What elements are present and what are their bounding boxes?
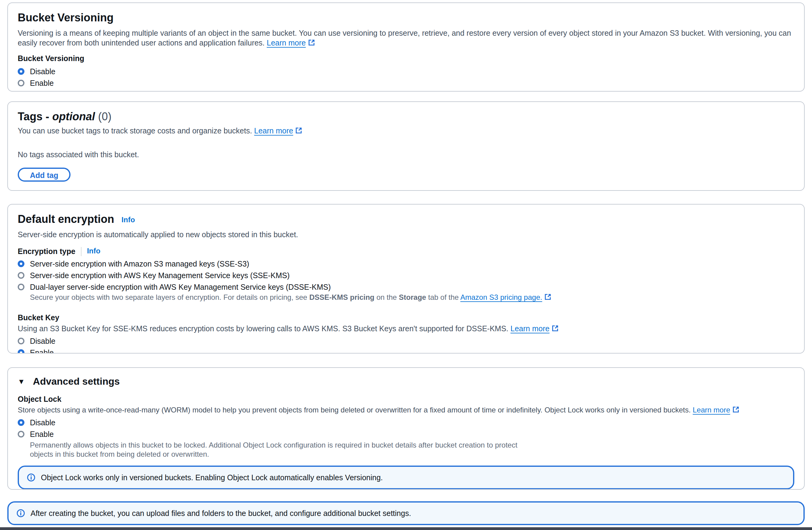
- label-divider: [81, 247, 82, 256]
- add-tag-button[interactable]: Add tag: [18, 168, 71, 182]
- post-creation-info-alert: After creating the bucket, you can uploa…: [7, 501, 805, 525]
- radio-selected-icon[interactable]: [18, 260, 25, 267]
- default-encryption-description: Server-side encryption is automatically …: [18, 230, 794, 239]
- encryption-type-info-link[interactable]: Info: [87, 247, 100, 255]
- external-link-icon: [295, 127, 303, 134]
- object-lock-learn-more-link[interactable]: Learn more: [693, 406, 740, 414]
- radio-unselected-icon[interactable]: [18, 338, 25, 344]
- external-link-icon: [551, 325, 559, 332]
- radio-unselected-icon[interactable]: [18, 431, 25, 438]
- radio-selected-icon[interactable]: [18, 419, 25, 426]
- tags-card: Tags - optional (0) You can use bucket t…: [7, 101, 805, 191]
- post-creation-alert-text: After creating the bucket, you can uploa…: [30, 509, 411, 518]
- encryption-type-label-row: Encryption typeInfo: [18, 247, 794, 256]
- bucket-versioning-disable-option[interactable]: Disable: [18, 67, 794, 76]
- advanced-settings-expander[interactable]: ▼ Advanced settings: [18, 376, 794, 387]
- bucket-key-label: Bucket Key: [18, 313, 794, 323]
- radio-unselected-icon[interactable]: [18, 80, 25, 86]
- object-lock-label: Object Lock: [18, 395, 794, 404]
- info-icon: [16, 509, 25, 517]
- encryption-type-label: Encryption type: [18, 247, 75, 256]
- object-lock-disable-option[interactable]: Disable: [18, 418, 794, 427]
- tags-title-optional: optional: [52, 110, 95, 123]
- external-link-icon: [732, 406, 740, 413]
- object-lock-enable-option[interactable]: Enable: [18, 430, 794, 439]
- bucket-versioning-card: Bucket Versioning Versioning is a means …: [7, 2, 805, 91]
- encryption-dsse-kms-option[interactable]: Dual-layer server-side encryption with A…: [18, 282, 794, 291]
- bucket-versioning-description: Versioning is a means of keeping multipl…: [18, 28, 794, 48]
- external-link-icon: [544, 293, 552, 301]
- object-lock-alert-text: Object Lock works only in versioned buck…: [41, 473, 383, 482]
- bucket-key-learn-more-link[interactable]: Learn more: [510, 324, 559, 333]
- tags-description: You can use bucket tags to track storage…: [18, 126, 794, 135]
- tags-empty-message: No tags associated with this bucket.: [18, 150, 794, 159]
- create-bucket-settings-page: Bucket Versioning Versioning is a means …: [0, 0, 812, 525]
- bucket-versioning-field-label: Bucket Versioning: [18, 54, 794, 63]
- encryption-sse-kms-option[interactable]: Server-side encryption with AWS Key Mana…: [18, 271, 794, 280]
- bucket-key-enable-option[interactable]: Enable: [18, 348, 794, 354]
- object-lock-info-alert: Object Lock works only in versioned buck…: [18, 465, 794, 489]
- bucket-versioning-enable-option[interactable]: Enable: [18, 78, 794, 88]
- s3-pricing-page-link[interactable]: Amazon S3 pricing page.: [460, 293, 552, 301]
- radio-selected-icon[interactable]: [18, 68, 25, 75]
- dsse-kms-option-description: Secure your objects with two separate la…: [30, 293, 794, 302]
- bucket-versioning-title: Bucket Versioning: [18, 11, 794, 25]
- external-link-icon: [308, 39, 315, 46]
- default-encryption-title: Default encryption Info: [18, 213, 794, 227]
- tags-learn-more-link[interactable]: Learn more: [254, 126, 303, 135]
- encryption-sse-s3-option[interactable]: Server-side encryption with Amazon S3 ma…: [18, 259, 794, 268]
- bucket-key-disable-option[interactable]: Disable: [18, 336, 794, 346]
- tags-count: (0): [98, 110, 112, 123]
- object-lock-description: Store objects using a write-once-read-ma…: [18, 405, 794, 415]
- page-bottom-divider: [0, 527, 812, 530]
- radio-selected-icon[interactable]: [18, 349, 25, 354]
- advanced-settings-card: ▼ Advanced settings Object Lock Store ob…: [7, 367, 805, 490]
- advanced-settings-title: Advanced settings: [33, 376, 120, 387]
- caret-down-icon[interactable]: ▼: [18, 377, 25, 386]
- radio-unselected-icon[interactable]: [18, 284, 25, 290]
- tags-title: Tags - optional (0): [18, 110, 794, 123]
- default-encryption-info-link[interactable]: Info: [121, 216, 135, 224]
- radio-unselected-icon[interactable]: [18, 272, 25, 279]
- info-icon: [27, 473, 35, 482]
- bucket-versioning-learn-more-link[interactable]: Learn more: [267, 39, 315, 47]
- object-lock-enable-description: Permanently allows objects in this bucke…: [30, 441, 537, 459]
- bucket-key-description: Using an S3 Bucket Key for SSE-KMS reduc…: [18, 324, 794, 333]
- default-encryption-card: Default encryption Info Server-side encr…: [7, 204, 805, 354]
